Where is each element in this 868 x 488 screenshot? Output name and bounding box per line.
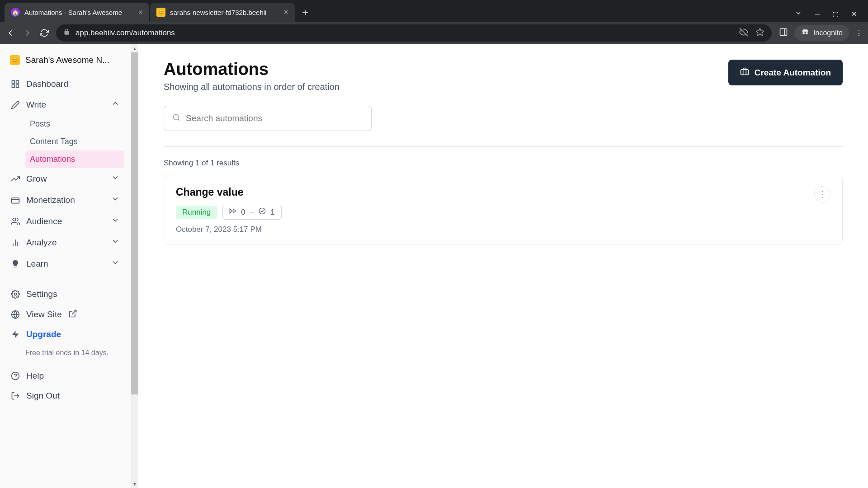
chevron-down-icon — [111, 194, 120, 206]
scrollbar-thumb[interactable] — [131, 52, 138, 394]
sidebar-item-content-tags[interactable]: Content Tags — [25, 133, 124, 150]
sidebar-item-write[interactable]: Write — [6, 94, 124, 115]
sidebar-item-label: Help — [26, 371, 44, 381]
sidebar-item-monetization[interactable]: Monetization — [6, 189, 124, 211]
sidebar: 😊 Sarah's Awesome N... Dashboard Write P… — [0, 44, 131, 488]
workspace-selector[interactable]: 😊 Sarah's Awesome N... — [6, 52, 124, 74]
sidebar-item-label: Grow — [26, 174, 47, 184]
search-input[interactable] — [186, 113, 363, 123]
bolt-icon — [11, 330, 20, 339]
results-count: Showing 1 of 1 results — [164, 159, 843, 168]
automation-card[interactable]: Change value Running 0 – 1 October 7, 20… — [164, 176, 843, 244]
sidebar-item-label: Audience — [26, 216, 62, 226]
tabs-dropdown-icon[interactable] — [795, 9, 802, 18]
incognito-icon — [801, 28, 810, 38]
sidebar-item-label: Analyze — [26, 238, 57, 248]
browser-menu-icon[interactable]: ⋮ — [855, 29, 863, 38]
scrollbar[interactable]: ▲ ▼ — [131, 44, 138, 488]
browser-tab[interactable]: 😊 sarahs-newsletter-fd732b.beehii × — [150, 3, 295, 22]
external-link-icon — [68, 309, 77, 319]
workspace-icon: 😊 — [10, 55, 20, 65]
dashboard-icon — [11, 80, 20, 89]
automation-timestamp: October 7, 2023 5:17 PM — [176, 225, 282, 234]
back-button[interactable] — [5, 28, 15, 38]
site-favicon: 😊 — [156, 8, 165, 17]
gear-icon — [11, 290, 20, 299]
help-icon — [11, 371, 20, 380]
svg-rect-8 — [16, 85, 19, 88]
sidebar-item-sign-out[interactable]: Sign Out — [6, 386, 124, 406]
chevron-down-icon — [111, 173, 120, 184]
window-controls: ─ ▢ ✕ — [795, 9, 868, 22]
maximize-icon[interactable]: ▢ — [832, 10, 839, 18]
automation-name: Change value — [176, 186, 282, 198]
sidebar-item-analyze[interactable]: Analyze — [6, 232, 124, 253]
trend-icon — [11, 174, 20, 183]
sidebar-item-label: View Site — [26, 310, 62, 319]
button-label: Create Automation — [755, 68, 831, 78]
sidebar-item-label: Content Tags — [30, 137, 78, 146]
forward-button[interactable] — [23, 28, 33, 38]
sidebar-item-label: Automations — [30, 155, 75, 164]
sidebar-item-learn[interactable]: Learn — [6, 253, 124, 274]
minimize-icon[interactable]: ─ — [815, 10, 820, 18]
briefcase-icon — [740, 67, 749, 78]
create-automation-button[interactable]: Create Automation — [728, 60, 843, 85]
svg-rect-6 — [12, 81, 15, 84]
sidebar-item-label: Posts — [30, 119, 50, 128]
chevron-down-icon — [111, 237, 120, 248]
svg-point-28 — [259, 208, 265, 214]
trial-notice: Free trial ends in 14 days. — [6, 344, 124, 366]
sidebar-item-grow[interactable]: Grow — [6, 168, 124, 189]
automation-menu-button[interactable]: ⋮ — [814, 186, 830, 202]
sidebar-item-posts[interactable]: Posts — [25, 115, 124, 133]
divider — [164, 146, 843, 147]
sidebar-item-automations[interactable]: Automations — [25, 150, 124, 168]
svg-rect-7 — [16, 81, 19, 84]
sidebar-item-dashboard[interactable]: Dashboard — [6, 74, 124, 94]
tracking-icon[interactable] — [739, 28, 748, 39]
side-panel-icon[interactable] — [779, 28, 788, 38]
beehiiv-favicon: 🏠 — [11, 8, 20, 17]
scroll-up-icon[interactable]: ▲ — [131, 44, 138, 52]
sidebar-item-help[interactable]: Help — [6, 366, 124, 386]
close-tab-icon[interactable]: × — [283, 8, 288, 17]
chevron-down-icon — [111, 258, 120, 269]
page-subtitle: Showing all automations in order of crea… — [164, 82, 340, 92]
scroll-down-icon[interactable]: ▼ — [131, 480, 138, 488]
fast-forward-icon — [229, 207, 236, 217]
chevron-down-icon — [111, 216, 120, 227]
browser-tab-bar: 🏠 Automations - Sarah's Awesome × 😊 sara… — [0, 0, 868, 22]
completed-count: 1 — [270, 208, 274, 217]
svg-rect-10 — [12, 198, 19, 203]
running-count: 0 — [241, 208, 245, 217]
sidebar-item-upgrade[interactable]: Upgrade — [6, 324, 124, 344]
new-tab-button[interactable]: + — [296, 6, 315, 22]
sidebar-item-label: Monetization — [26, 195, 75, 205]
incognito-badge[interactable]: Incognito — [794, 25, 849, 41]
svg-rect-23 — [741, 70, 748, 75]
wallet-icon — [11, 196, 20, 205]
svg-marker-19 — [12, 331, 19, 338]
sidebar-item-settings[interactable]: Settings — [6, 284, 124, 304]
main-content: Automations Showing all automations in o… — [138, 44, 868, 488]
lock-icon — [63, 28, 70, 38]
lightbulb-icon — [11, 259, 20, 268]
browser-tab-active[interactable]: 🏠 Automations - Sarah's Awesome × — [5, 3, 149, 22]
sidebar-item-label: Settings — [26, 289, 57, 299]
address-bar[interactable]: app.beehiiv.com/automations — [56, 24, 772, 42]
sidebar-item-label: Sign Out — [26, 391, 60, 401]
bookmark-icon[interactable] — [755, 28, 764, 39]
status-badge: Running — [176, 206, 217, 219]
tab-title: sarahs-newsletter-fd732b.beehii — [170, 9, 279, 16]
svg-marker-26 — [233, 209, 236, 213]
close-tab-icon[interactable]: × — [138, 8, 143, 17]
sidebar-item-audience[interactable]: Audience — [6, 211, 124, 232]
svg-line-25 — [178, 119, 179, 120]
close-window-icon[interactable]: ✕ — [851, 10, 857, 18]
sidebar-item-label: Upgrade — [26, 329, 61, 339]
sidebar-item-view-site[interactable]: View Site — [6, 304, 124, 324]
incognito-label: Incognito — [813, 29, 843, 37]
reload-button[interactable] — [40, 28, 49, 38]
search-box[interactable] — [164, 106, 372, 131]
